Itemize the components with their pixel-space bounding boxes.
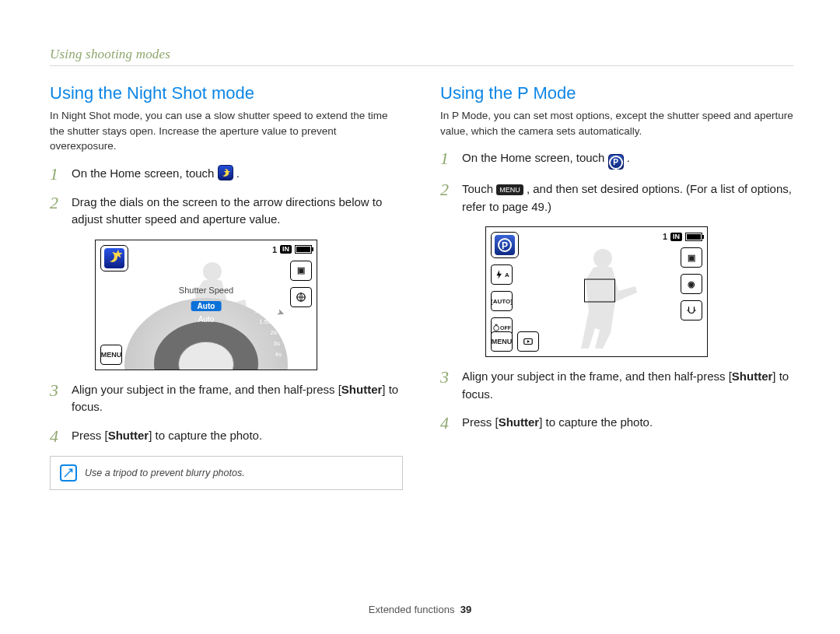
shot-counter: 1 [663, 232, 667, 241]
globe-icon[interactable] [290, 287, 312, 307]
display-mode-icon[interactable]: ▣ [681, 247, 702, 268]
right-step-2: Touch MENU , and then set desired option… [462, 180, 793, 215]
p-mode-icon [608, 154, 624, 170]
right-step-3: Align your subject in the frame, and the… [462, 368, 793, 403]
step-text: ] to capture the photo. [539, 415, 653, 429]
battery-icon [685, 233, 702, 241]
left-steps: On the Home screen, touch . Drag the dia… [50, 165, 403, 229]
right-steps-cont: Align your subject in the frame, and the… [440, 368, 793, 432]
focus-auto-button[interactable]: [AUTO] [491, 291, 513, 311]
lcd-left-stack [100, 245, 128, 271]
lcd-night-preview: 1 IN ▣ [95, 240, 317, 370]
metering-icon[interactable]: ◉ [681, 274, 702, 294]
lcd-status-bar: 1 IN [663, 232, 702, 241]
step-text: Align your subject in the frame, and the… [462, 370, 732, 383]
step-text: Press [ [462, 415, 499, 429]
storage-in-chip: IN [280, 245, 292, 254]
page-footer: Extended functions 39 [0, 604, 840, 615]
lcd-menu-row: MENU [491, 331, 539, 352]
left-step-3: Align your subject in the frame, and the… [72, 381, 403, 416]
storage-in-chip: IN [670, 233, 682, 241]
stabilizer-icon[interactable] [681, 300, 702, 321]
dial-auto-chip: Auto [191, 301, 222, 311]
af-frame [584, 279, 615, 303]
battery-icon [295, 245, 312, 254]
left-title: Using the Night Shot mode [50, 83, 403, 103]
two-column-layout: Using the Night Shot mode In Night Shot … [50, 83, 793, 490]
lcd-right-stack: ▣ ◉ [681, 247, 702, 321]
dial-auto-sub: Auto [198, 315, 215, 324]
left-intro: In Night Shot mode, you can use a slow s… [50, 108, 403, 154]
step-text: On the Home screen, touch [72, 166, 214, 180]
step-text: ] to capture the photo. [149, 429, 262, 442]
playback-icon[interactable] [517, 331, 539, 352]
shot-counter: 1 [272, 245, 277, 254]
shutter-key: Shutter [499, 415, 540, 429]
lcd-status-bar: 1 IN [272, 245, 312, 254]
step-text: Press [ [72, 429, 108, 442]
shutter-key: Shutter [108, 429, 149, 442]
right-intro: In P Mode, you can set most options, exc… [440, 108, 793, 138]
step-text: . [627, 151, 630, 164]
right-steps: On the Home screen, touch . Touch MENU ,… [440, 149, 793, 215]
mode-button-night[interactable] [100, 245, 128, 271]
left-column: Using the Night Shot mode In Night Shot … [50, 83, 403, 490]
section-header: Using shooting modes [50, 47, 793, 66]
right-title: Using the P Mode [440, 83, 793, 103]
step-text: On the Home screen, touch [462, 151, 604, 164]
menu-chip-icon: MENU [496, 184, 523, 195]
right-step-1: On the Home screen, touch . [462, 149, 793, 170]
svg-point-1 [203, 262, 222, 281]
shutter-speed-label: Shutter Speed [179, 285, 233, 295]
mode-button-p[interactable]: P [491, 232, 519, 258]
step-text: Align your subject in the frame, and the… [72, 383, 341, 396]
lcd-left-stack: P A [AUTO] OFF [491, 232, 519, 338]
left-step-2: Drag the dials on the screen to the arro… [72, 194, 403, 229]
svg-point-3 [593, 249, 612, 268]
step-text: Touch [462, 182, 493, 195]
footer-label: Extended functions [369, 604, 455, 615]
dial-arrow-icon: ➤ [275, 306, 286, 319]
menu-button[interactable]: MENU [100, 345, 122, 365]
note-text: Use a tripod to prevent blurry photos. [85, 468, 245, 478]
lcd-p-preview: 1 IN P A [AUTO] OFF ▣ ◉ [485, 226, 708, 357]
shutter-key: Shutter [341, 383, 383, 396]
right-step-4: Press [Shutter] to capture the photo. [462, 414, 793, 432]
left-steps-cont: Align your subject in the frame, and the… [50, 381, 403, 445]
note-icon [60, 464, 77, 482]
flash-auto-button[interactable]: A [491, 264, 513, 285]
note-box: Use a tripod to prevent blurry photos. [50, 456, 403, 490]
night-mode-icon [218, 165, 233, 180]
exposure-dial[interactable]: Shutter Speed Auto Auto Aperture ➤ 1s 1.… [124, 298, 288, 370]
left-step-4: Press [Shutter] to capture the photo. [72, 427, 403, 445]
svg-point-2 [494, 326, 499, 331]
page-number: 39 [460, 604, 471, 615]
right-column: Using the P Mode In P Mode, you can set … [440, 83, 793, 490]
display-mode-icon[interactable]: ▣ [290, 261, 312, 281]
lcd-menu-row: MENU [100, 345, 122, 365]
menu-button[interactable]: MENU [491, 331, 513, 352]
shutter-key: Shutter [732, 370, 773, 383]
step-text: . [236, 166, 240, 180]
manual-page: Using shooting modes Using the Night Sho… [0, 0, 840, 634]
lcd-right-stack: ▣ [290, 261, 312, 307]
left-step-1: On the Home screen, touch . [72, 165, 403, 183]
